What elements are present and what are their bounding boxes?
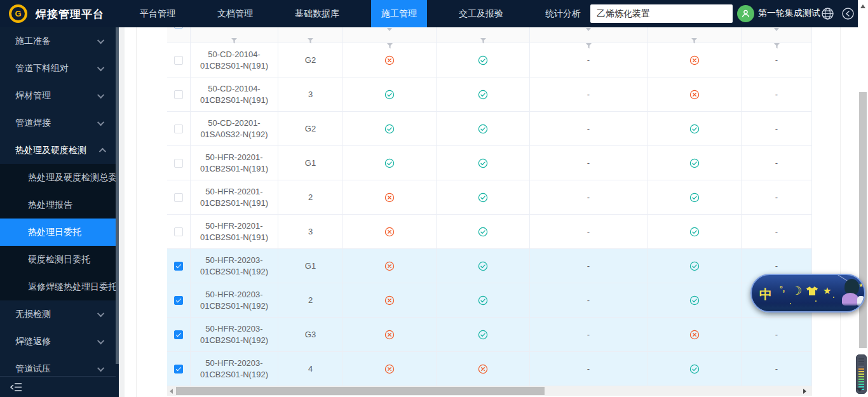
- sidebar-item[interactable]: 焊材管理: [0, 82, 116, 109]
- scroll-right-arrow-icon[interactable]: [803, 389, 806, 394]
- ime-chinese-mode-button[interactable]: 中: [759, 286, 772, 303]
- scroll-down-arrow-icon[interactable]: [857, 388, 863, 392]
- scroll-up-arrow-icon[interactable]: [860, 4, 865, 8]
- check-circle-icon: [478, 261, 488, 271]
- row-checkbox[interactable]: [174, 193, 183, 202]
- search-input[interactable]: [590, 4, 733, 23]
- select-all-checkbox[interactable]: [174, 27, 183, 29]
- row-checkbox[interactable]: [174, 124, 183, 133]
- table-row[interactable]: 50-CD-20201-01SA0S32-N(192)G2--: [167, 112, 812, 146]
- collapse-sidebar-icon[interactable]: [10, 382, 22, 392]
- row-checkbox[interactable]: [174, 262, 183, 271]
- pipeline-cell: 50-CD-20201-01SA0S32-N(192): [191, 112, 278, 145]
- row-checkbox[interactable]: [174, 365, 183, 373]
- row-checkbox[interactable]: [174, 90, 183, 99]
- row-checkbox[interactable]: [174, 56, 183, 65]
- moon-icon[interactable]: ☽: [791, 283, 802, 298]
- sidebar-item[interactable]: 焊缝返修: [0, 328, 116, 355]
- sort-carets[interactable]: [387, 27, 392, 31]
- sort-desc-icon[interactable]: [387, 28, 392, 31]
- table-row[interactable]: 50-HFR-20203-01CB2S01-N(192)G3--: [167, 318, 812, 352]
- table-row[interactable]: 50-CD-20104-01CB2S01-N(191)3--: [167, 77, 812, 112]
- filter-funnel-icon[interactable]: [585, 43, 592, 50]
- filter-funnel-icon[interactable]: [231, 37, 238, 44]
- pipeline-number: 50-HFR-20201-: [205, 186, 262, 198]
- daily-report-cell: [343, 283, 437, 317]
- postheat-cell: [648, 249, 742, 283]
- table-row[interactable]: 50-CD-20104-01CB2S01-N(191)G2--: [167, 43, 812, 77]
- preheat-cell: [437, 352, 530, 386]
- daily-report-cell: [343, 249, 437, 283]
- nav-tab[interactable]: 基础数据库: [285, 0, 349, 27]
- table-row[interactable]: 50-HFR-20201-01CB2S01-N(191)3--: [167, 215, 812, 249]
- filter-funnel-icon[interactable]: [773, 43, 780, 50]
- ime-toolbar[interactable]: 中 °, ☽ ★ ★: [750, 274, 865, 313]
- nav-tab[interactable]: 文档管理: [207, 0, 263, 27]
- sidebar-scrollbar-thumb[interactable]: [116, 27, 119, 364]
- sidebar-subitem[interactable]: 硬度检测日委托: [0, 246, 116, 273]
- sidebar-item[interactable]: 管道焊接: [0, 109, 116, 137]
- sort-carets[interactable]: [774, 27, 779, 31]
- table-row[interactable]: 50-HFR-20203-01CB2S01-N(192)2--: [167, 283, 812, 318]
- pipeline-number: 01CB2S01-N(191): [200, 198, 268, 209]
- pipeline-number: 01CB2S01-N(191): [200, 60, 268, 72]
- filter-funnel-icon[interactable]: [307, 37, 314, 44]
- sidebar-subitem[interactable]: 热处理日委托: [0, 219, 116, 246]
- row-checkbox[interactable]: [174, 227, 183, 236]
- sidebar-item[interactable]: 管道下料组对: [0, 55, 116, 82]
- sort-desc-icon[interactable]: [586, 28, 591, 31]
- postheat-info-cell: -: [742, 180, 812, 214]
- ime-punctuation-button[interactable]: °,: [780, 285, 785, 293]
- vertical-scrollbar-track[interactable]: [858, 0, 868, 397]
- check-circle-icon: [478, 330, 488, 340]
- sort-carets[interactable]: [586, 27, 591, 31]
- empty-value: -: [587, 227, 590, 236]
- nav-tab[interactable]: 施工管理: [371, 0, 427, 27]
- horizontal-scrollbar-track[interactable]: [167, 386, 812, 396]
- horizontal-scrollbar-thumb[interactable]: [176, 387, 545, 395]
- empty-value: -: [775, 261, 778, 271]
- sidebar-item[interactable]: 施工准备: [0, 27, 116, 55]
- app-logo-icon[interactable]: G: [9, 4, 27, 23]
- weld-number: G3: [305, 330, 316, 339]
- filter-funnel-icon[interactable]: [480, 37, 487, 44]
- star-icon[interactable]: ★: [823, 285, 831, 297]
- pipeline-number: 50-HFR-20203-: [205, 255, 262, 266]
- sidebar-item[interactable]: 无损检测: [0, 300, 116, 328]
- sidebar-subitem[interactable]: 热处理及硬度检测总委托: [0, 164, 116, 191]
- empty-value: -: [775, 227, 778, 236]
- filter-funnel-icon[interactable]: [386, 43, 393, 50]
- table-row[interactable]: 50-HFR-20201-01CB2S01-N(191)G1--: [167, 146, 812, 180]
- check-circle-icon: [384, 158, 395, 168]
- row-checkbox[interactable]: [174, 159, 183, 168]
- checkbox-cell: [167, 352, 191, 386]
- weld-cell: G1: [278, 249, 343, 283]
- table-row[interactable]: 50-HFR-20201-01CB2S01-N(191)2--: [167, 180, 812, 215]
- postheat-cell: [648, 318, 742, 351]
- skin-shirt-icon[interactable]: [806, 286, 818, 298]
- pipeline-number: 01CB2S01-N(191): [200, 163, 268, 175]
- filter-funnel-icon[interactable]: [691, 37, 698, 44]
- nav-tab[interactable]: 平台管理: [130, 0, 186, 27]
- sidebar-subitem[interactable]: 返修焊缝热处理日委托: [0, 273, 116, 300]
- empty-value: -: [775, 158, 778, 168]
- exit-chevron-circle-icon[interactable]: [841, 7, 855, 23]
- sort-desc-icon[interactable]: [774, 28, 779, 31]
- sidebar: 施工准备管道下料组对焊材管理管道焊接热处理及硬度检测热处理及硬度检测总委托热处理…: [0, 27, 116, 397]
- pipeline-number: 01CB2S01-N(192): [200, 300, 268, 312]
- row-checkbox[interactable]: [174, 296, 183, 305]
- scroll-left-arrow-icon[interactable]: [170, 389, 173, 394]
- stripe: [858, 366, 864, 367]
- vertical-scrollbar-thumb[interactable]: [859, 92, 867, 348]
- nav-tab[interactable]: 交工及报验: [449, 0, 513, 27]
- user-name[interactable]: 第一轮集成测试: [758, 8, 820, 19]
- table-row[interactable]: 50-HFR-20203-01CB2S01-N(192)G1--: [167, 249, 812, 283]
- nav-tab[interactable]: 统计分析: [535, 0, 591, 27]
- globe-icon[interactable]: [821, 7, 834, 23]
- table-row[interactable]: 50-HFR-20203-01CB2S01-N(192)4--: [167, 352, 812, 386]
- check-circle-icon: [478, 295, 488, 306]
- sidebar-item[interactable]: 热处理及硬度检测: [0, 137, 116, 164]
- row-checkbox[interactable]: [174, 330, 183, 339]
- sidebar-subitem[interactable]: 热处理报告: [0, 191, 116, 219]
- scroll-progress-widget[interactable]: [856, 354, 867, 394]
